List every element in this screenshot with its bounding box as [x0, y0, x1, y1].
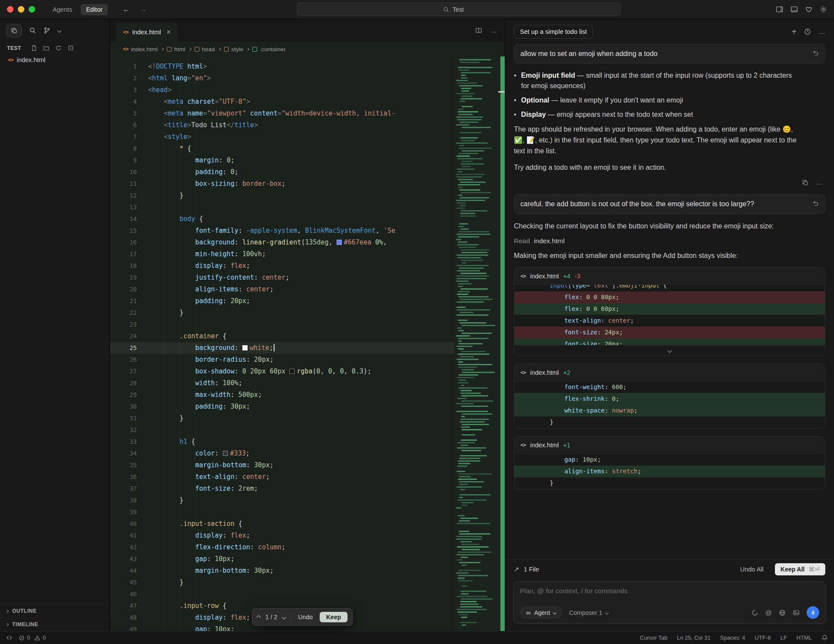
mention-icon[interactable]: @	[765, 609, 772, 616]
explorer-section-header[interactable]: TEST	[0, 42, 109, 54]
code-line-4[interactable]: 4 <meta charset="UTF-8">	[110, 96, 454, 108]
code-line-10[interactable]: 10 padding: 0;	[110, 166, 454, 178]
code-line-37[interactable]: 37 font-size: 2rem;	[110, 483, 454, 495]
code-line-12[interactable]: 12 }	[110, 190, 454, 201]
chat-composer[interactable]: ∞ Agent Composer 1 @	[513, 581, 826, 624]
keep-all-button[interactable]: Keep All⌘⏎	[775, 563, 825, 575]
code-line-24[interactable]: 24 .container {	[110, 330, 454, 342]
code-line-9[interactable]: 9 margin: 0;	[110, 155, 454, 166]
code-line-44[interactable]: 44 margin-bottom: 30px;	[110, 565, 454, 577]
chat-messages[interactable]: allow me to set an emoji when adding a t…	[505, 41, 834, 559]
code-line-41[interactable]: 41 display: flex;	[110, 530, 454, 542]
code-line-43[interactable]: 43 gap: 10px;	[110, 553, 454, 565]
model-selector[interactable]: Composer 1	[569, 609, 608, 616]
split-editor-icon[interactable]	[475, 27, 482, 34]
code-line-38[interactable]: 38 }	[110, 495, 454, 506]
code-line-17[interactable]: 17 min-height: 100vh;	[110, 248, 454, 260]
code-line-33[interactable]: 33 h1 {	[110, 436, 454, 448]
code-line-13[interactable]: 13	[110, 201, 454, 213]
code-line-30[interactable]: 30 padding: 30px;	[110, 401, 454, 413]
new-file-icon[interactable]	[31, 45, 37, 51]
search-view-icon[interactable]	[29, 27, 36, 34]
agent-mode-selector[interactable]: ∞ Agent	[520, 607, 562, 618]
restore-checkpoint-icon[interactable]	[812, 199, 819, 206]
code-line-1[interactable]: 1<!DOCTYPE html>	[110, 61, 454, 73]
code-editor[interactable]: 1<!DOCTYPE html>2<html lang="en">3<head>…	[110, 56, 505, 631]
code-line-31[interactable]: 31 }	[110, 413, 454, 424]
forward-arrow-icon[interactable]: →	[139, 6, 147, 13]
code-line-40[interactable]: 40 .input-section {	[110, 518, 454, 530]
composer-input[interactable]	[520, 587, 819, 595]
source-control-icon[interactable]	[43, 27, 50, 34]
chat-thread-title[interactable]: Set up a simple todo list	[514, 25, 593, 39]
code-line-8[interactable]: 8 * {	[110, 143, 454, 155]
close-window-button[interactable]	[7, 6, 13, 13]
code-line-14[interactable]: 14 body {	[110, 213, 454, 225]
code-line-5[interactable]: 5 <meta name="viewport" content="width=d…	[110, 108, 454, 119]
encoding-indicator[interactable]: UTF-8	[755, 634, 771, 641]
global-search-field[interactable]	[297, 3, 621, 16]
code-line-18[interactable]: 18 display: flex;	[110, 260, 454, 272]
outline-section[interactable]: OUTLINE	[0, 604, 109, 618]
eol-indicator[interactable]: LF	[780, 634, 787, 641]
titlebar-tab-editor[interactable]: Editor	[81, 4, 108, 15]
web-icon[interactable]	[779, 609, 786, 616]
code-line-27[interactable]: 27 box-shadow: 0 20px 60px rgba(0, 0, 0,…	[110, 366, 454, 377]
code-line-15[interactable]: 15 font-family: -apple-system, BlinkMacS…	[110, 225, 454, 237]
history-icon[interactable]	[804, 28, 811, 35]
file-tree-item-index-html[interactable]: <> index.html	[0, 54, 109, 66]
breadcrumb-html[interactable]: html	[167, 46, 185, 53]
undo-diff-button[interactable]: Undo	[296, 612, 314, 622]
undo-all-button[interactable]: Undo All	[740, 566, 764, 573]
minimize-window-button[interactable]	[18, 6, 24, 13]
editor-tab-index-html[interactable]: <> index.html ×	[116, 23, 178, 42]
voice-input-button[interactable]	[807, 606, 819, 619]
code-line-20[interactable]: 20 align-items: center;	[110, 284, 454, 295]
code-line-29[interactable]: 29 max-width: 500px;	[110, 389, 454, 401]
breadcrumb-head[interactable]: head	[195, 46, 215, 53]
code-line-39[interactable]: 39	[110, 506, 454, 518]
remote-indicator-icon[interactable]	[6, 634, 13, 641]
titlebar-tab-agents[interactable]: Agents	[47, 4, 77, 15]
minimap[interactable]	[454, 56, 500, 631]
code-line-45[interactable]: 45 }	[110, 577, 454, 588]
code-line-22[interactable]: 22 }	[110, 307, 454, 319]
indentation-indicator[interactable]: Spaces: 4	[720, 634, 745, 641]
views-chevron-icon[interactable]	[57, 28, 62, 33]
copy-icon[interactable]	[802, 179, 808, 186]
message-more-icon[interactable]: …	[816, 178, 823, 186]
previous-diff-icon[interactable]	[257, 615, 261, 619]
code-line-25[interactable]: 25 background: white;	[110, 342, 454, 354]
problems-indicator[interactable]: 0 0	[19, 634, 46, 641]
notifications-bell-icon[interactable]	[821, 634, 828, 641]
breadcrumb-container[interactable]: .container	[252, 46, 285, 53]
code-line-42[interactable]: 42 flex-direction: column;	[110, 542, 454, 553]
diff-card-header[interactable]: <>index.html+1	[514, 436, 825, 454]
expand-diff-button[interactable]	[514, 345, 825, 356]
new-folder-icon[interactable]	[43, 45, 50, 51]
code-line-6[interactable]: 6 <title>Todo List</title>	[110, 119, 454, 131]
layout-sidebar-icon[interactable]	[776, 6, 783, 13]
next-diff-icon[interactable]	[282, 615, 286, 619]
diff-card-header[interactable]: <>index.html+4-3	[514, 268, 825, 285]
attach-image-icon[interactable]	[793, 609, 800, 616]
new-chat-icon[interactable]: +	[791, 27, 797, 36]
settings-gear-icon[interactable]	[820, 6, 827, 13]
code-line-34[interactable]: 34 color: #333;	[110, 448, 454, 459]
code-line-2[interactable]: 2<html lang="en">	[110, 73, 454, 84]
refresh-icon[interactable]	[55, 45, 62, 51]
code-line-11[interactable]: 11 box-sizing: border-box;	[110, 178, 454, 190]
chat-more-icon[interactable]: …	[818, 28, 825, 36]
code-line-19[interactable]: 19 justify-content: center;	[110, 272, 454, 284]
code-line-23[interactable]: 23	[110, 319, 454, 330]
expand-files-icon[interactable]: ↗	[514, 565, 520, 573]
close-tab-icon[interactable]: ×	[167, 28, 171, 36]
timeline-section[interactable]: TIMELINE	[0, 618, 109, 631]
code-line-26[interactable]: 26 border-radius: 20px;	[110, 354, 454, 366]
code-line-28[interactable]: 28 width: 100%;	[110, 377, 454, 389]
tool-call-read[interactable]: Readindex.html	[514, 237, 825, 245]
code-line-36[interactable]: 36 text-align: center;	[110, 471, 454, 483]
keep-diff-button[interactable]: Keep	[320, 612, 348, 622]
explorer-view-button[interactable]	[6, 24, 22, 37]
cursor-position-indicator[interactable]: Ln 25, Col 31	[677, 634, 710, 641]
